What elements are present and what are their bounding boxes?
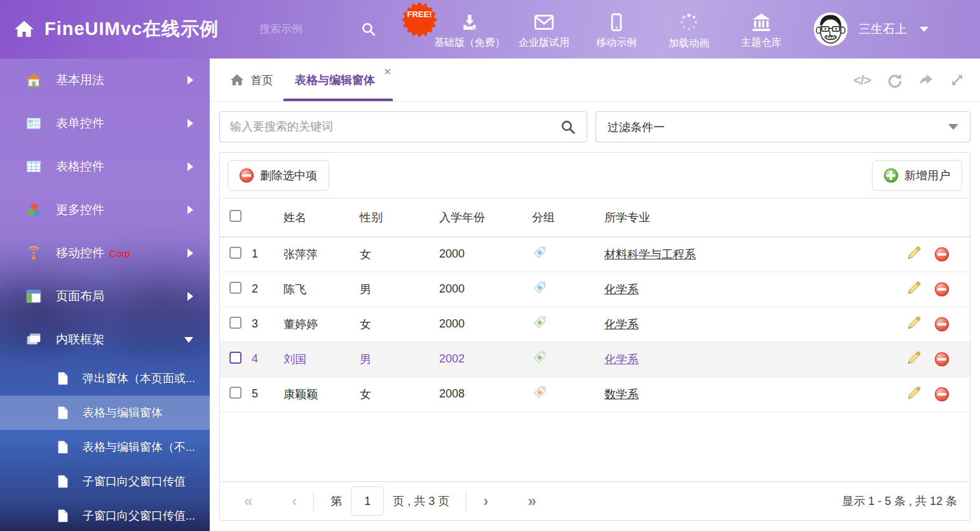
nav-theme-store[interactable]: 主题仓库 [728,9,795,50]
brand[interactable]: FineUIMvc在线示例 [0,17,259,42]
nav-enterprise-trial[interactable]: 企业版试用 [510,9,578,50]
page-number-input[interactable] [351,486,384,516]
sidebar-item-mobile-controls[interactable]: 移动控件 Corp. [0,231,210,275]
sidebar-subitem-label: 弹出窗体（本页面或... [83,371,195,386]
sidebar-item-label: 基本用法 [56,72,104,88]
tab-label: 表格与编辑窗体 [295,72,375,88]
nav-label: 企业版试用 [519,36,569,50]
tab-label: 首页 [250,72,273,88]
delete-row-icon[interactable] [935,352,949,366]
col-group: 分组 [532,198,604,237]
edit-icon[interactable] [907,245,922,263]
major-link[interactable]: 化学系 [604,318,639,331]
sidebar-subitem-child-to-parent-2[interactable]: 子窗口向父窗口传值... [0,499,210,531]
nav-loading-animation[interactable]: 加载动画 [655,8,723,50]
edit-icon[interactable] [907,385,922,403]
sidebar: 基本用法 表单控件 表格控件 更多控件 移动控件 Corp. 页面布局 [0,59,210,531]
delete-row-icon[interactable] [935,247,949,261]
major-link[interactable]: 化学系 [604,353,639,366]
sidebar-subitem-grid-edit-window-2[interactable]: 表格与编辑窗体（不... [0,430,210,464]
refresh-icon[interactable] [886,72,902,88]
sidebar-subitem-grid-edit-window[interactable]: 表格与编辑窗体 [0,396,210,430]
divider [466,492,466,511]
major-link[interactable]: 数学系 [604,388,639,401]
filter-dropdown[interactable]: 过滤条件一 [595,111,970,142]
major-link[interactable]: 材料科学与工程系 [604,248,696,261]
row-checkbox[interactable] [229,247,242,259]
table-row[interactable]: 1 张萍萍 女 2000 材料科学与工程系 [220,237,970,272]
sidebar-item-label: 表格控件 [56,158,104,175]
table-row[interactable]: 2 陈飞 男 2000 化学系 [220,272,970,307]
row-number: 5 [252,376,283,411]
row-checkbox[interactable] [229,387,242,399]
header-search-input[interactable] [259,23,361,36]
keyword-search-input[interactable] [230,120,560,134]
delete-selected-button[interactable]: 删除选中项 [228,160,329,191]
table-row[interactable]: 5 康颖颖 女 2008 数学系 [220,376,970,411]
expand-icon[interactable] [949,72,965,88]
student-name: 刘国 [283,341,360,376]
sidebar-item-form-controls[interactable]: 表单控件 [0,102,210,145]
table-row[interactable]: 3 董婷婷 女 2000 化学系 [220,307,970,341]
sidebar-subitem-popup-window[interactable]: 弹出窗体（本页面或... [0,361,210,396]
user-menu[interactable]: 三生石上 [813,11,929,47]
delete-row-icon[interactable] [935,387,949,401]
chevron-right-icon [187,249,193,258]
tag-icon [532,385,547,400]
search-icon[interactable] [560,119,576,135]
header-search[interactable] [259,22,396,37]
delete-row-icon[interactable] [935,317,949,331]
edit-icon[interactable] [907,350,922,368]
delete-row-icon[interactable] [935,282,949,296]
edit-icon[interactable] [907,280,922,298]
select-all-checkbox[interactable] [229,210,242,222]
last-page-button[interactable]: » [527,492,536,510]
sidebar-subitem-label: 子窗口向父窗口传值... [83,508,195,523]
share-icon[interactable] [918,72,934,88]
search-icon[interactable] [361,22,376,37]
keyword-search-box[interactable] [219,111,587,142]
major-link[interactable]: 化学系 [604,283,639,296]
tab-home[interactable]: 首页 [230,59,273,101]
enroll-year: 2008 [439,376,532,411]
home-icon [14,19,34,39]
student-gender: 男 [360,272,439,307]
col-actions [897,198,970,237]
prev-page-button[interactable]: ‹ [292,492,297,510]
sidebar-item-more-controls[interactable]: 更多控件 [0,188,210,231]
sidebar-item-iframe[interactable]: 内联框架 [0,318,210,361]
next-page-button[interactable]: › [483,492,488,510]
layout-icon [25,288,42,305]
add-button-label: 新增用户 [904,168,950,183]
row-checkbox[interactable] [229,282,242,294]
sidebar-item-page-layout[interactable]: 页面布局 [0,275,210,318]
sidebar-item-grid-controls[interactable]: 表格控件 [0,145,210,188]
grid-toolbar: 删除选中项 新增用户 [220,153,970,198]
download-icon [460,13,479,32]
view-source-icon[interactable]: </> [854,72,871,88]
add-user-button[interactable]: 新增用户 [872,160,962,191]
first-page-button[interactable]: « [244,492,252,510]
avatar [813,11,848,47]
row-checkbox[interactable] [229,317,242,329]
nav-basic-free[interactable]: FREE! 基础版（免费） [434,9,505,50]
file-icon [56,474,70,488]
col-number [252,198,283,237]
student-gender: 女 [360,376,439,411]
tag-icon [532,245,547,260]
sidebar-item-basic-usage[interactable]: 基本用法 [0,59,210,102]
cubes-icon [25,202,42,218]
row-checkbox[interactable] [229,352,242,364]
file-icon [56,509,70,523]
sidebar-subitem-child-to-parent[interactable]: 子窗口向父窗口传值 [0,464,210,499]
house-icon [25,72,42,88]
tab-toolbar: </> [854,59,965,102]
close-icon[interactable]: ✕ [383,66,391,78]
file-icon [56,406,70,420]
table-row[interactable]: 4 刘国 男 2002 化学系 [220,341,970,376]
tab-grid-edit-window[interactable]: 表格与编辑窗体 ✕ [295,59,375,101]
nav-mobile-demo[interactable]: 移动示例 [583,9,650,50]
tab-bar: 首页 表格与编辑窗体 ✕ </> [210,59,980,102]
filter-dropdown-value: 过滤条件一 [608,120,665,135]
edit-icon[interactable] [907,315,922,333]
